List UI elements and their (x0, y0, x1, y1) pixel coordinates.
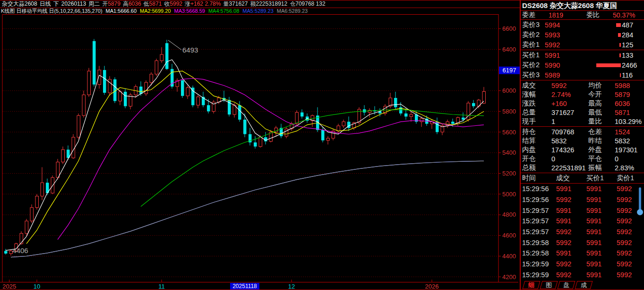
tab-盘[interactable]: 盘 (558, 281, 575, 289)
info-value: 5832 (615, 137, 643, 145)
cursor-price-label: 6197 (503, 67, 516, 74)
trade-time: 15:29:56 (521, 185, 556, 193)
info-value: 1 (551, 118, 588, 125)
x-axis-label: 10 (34, 283, 40, 290)
info-label: 持仓 (522, 127, 551, 136)
quote-label: 卖价1 (522, 40, 545, 49)
title-seg-13: 涨 (185, 0, 190, 7)
scrollbar[interactable] (636, 187, 643, 221)
y-axis-label: 5400 (502, 149, 516, 156)
trade-price: 5991 (556, 185, 586, 193)
info-row: 总量371627最低5871 (521, 108, 644, 117)
bid-row[interactable]: 买价35989116 (521, 70, 644, 80)
grid: 4200440046004800500052005400560058006000… (3, 25, 516, 280)
quote-volume: 116 (622, 71, 643, 79)
market-stats-2: 持仓709768仓差1524结算5832昨结5832内盘174326外盘1973… (521, 127, 644, 173)
info-value: 5988 (615, 82, 643, 89)
ma-legend-item-0: K线图 日移动平均线 日(5,10,22,66,135,270) (1, 8, 103, 14)
tab-细[interactable]: 细 (523, 281, 541, 289)
x-axis-label: 2025 (2, 283, 16, 290)
y-axis-label: 5600 (502, 129, 516, 136)
quote-panel: DS2608 杂交大蒜2608 华夏国 委差 1819 委比 50.37% 卖价… (520, 0, 644, 290)
trade-row: 15:29:56599259915992 (521, 194, 644, 205)
title-seg-15: 量 (223, 0, 229, 7)
trade-time: 15:29:57 (521, 207, 556, 214)
ask-row[interactable]: 卖价35994487 (521, 20, 644, 30)
bid-row[interactable]: 买价259902466 (521, 60, 644, 70)
volume-bar (619, 43, 621, 47)
ma-line-MA6 (11, 161, 484, 257)
info-value: 0 (615, 155, 643, 163)
info-value: 197301 (615, 146, 643, 154)
trade-row: 15:29:57599159915992 (521, 216, 644, 227)
y-axis-label: 6000 (502, 87, 516, 94)
scrollbar-thumb[interactable] (637, 209, 643, 215)
ma-legend-item-4: MA4:5756.08 (208, 8, 239, 14)
quote-price: 5992 (545, 41, 569, 49)
trade-time: 15:29:57 (521, 217, 556, 225)
tab-图[interactable]: 图 (540, 281, 558, 289)
ma-line-MA2 (26, 71, 484, 244)
title-seg-4: 周二 (88, 0, 100, 7)
quote-price: 5990 (545, 62, 569, 69)
info-label: 开仓 (522, 154, 551, 163)
volume-bar (618, 33, 621, 37)
trade-ask1: 5992 (617, 239, 644, 246)
volume-bar (619, 53, 621, 57)
trading-terminal: 杂交大蒜2608日线下20260113周二开5879高6036低5871收599… (0, 0, 644, 290)
quote-volume: 487 (622, 21, 643, 29)
info-row: 涨跌+160最高6036 (521, 99, 644, 108)
trade-price: 5991 (556, 249, 586, 257)
col-bid1: 买价1 (586, 174, 617, 183)
info-row: 开仓0平仓0 (521, 154, 644, 163)
time-and-sales-header: 时间 成交 买价1 卖价1 (521, 173, 644, 184)
trade-time: 15:29:56 (521, 196, 556, 203)
col-price: 成交 (556, 174, 586, 183)
info-row: 总额222531891振幅2.83% (521, 163, 644, 172)
quote-label: 卖价3 (522, 20, 545, 29)
info-value: 1524 (615, 128, 643, 136)
volume-bar (616, 23, 621, 27)
bid-row[interactable]: 买价15991133 (521, 50, 644, 60)
info-row: 现手1量比103.29% (521, 117, 644, 126)
info-value: 2.83% (615, 164, 643, 172)
ma-legend-item-1: MA1:5666.60 (106, 8, 137, 14)
scrollbar-track[interactable] (639, 187, 641, 212)
y-axis-label: 4400 (502, 253, 516, 260)
trade-ask1: 5992 (617, 271, 644, 279)
candles (4, 39, 486, 255)
info-value: +160 (551, 100, 588, 107)
chart-frame (2, 15, 498, 282)
info-row: 内盘174326外盘197301 (521, 145, 644, 154)
trade-time: 15:29:57 (521, 228, 556, 236)
info-value: 222531891 (551, 164, 588, 172)
x-axis-label: 2026 (425, 283, 439, 290)
y-axis-label: 5000 (502, 191, 516, 198)
info-label: 量比 (588, 117, 615, 126)
trade-row: 15:29:57599259915992 (521, 227, 644, 237)
ma-line-MA5 (11, 161, 484, 257)
trade-ask1: 5992 (617, 228, 644, 236)
info-value: 5992 (551, 82, 588, 89)
title-seg-11: 收 (164, 0, 170, 7)
quote-label: 买价3 (522, 70, 545, 79)
trade-ask1: 5992 (617, 249, 644, 257)
y-axis-label: 5200 (502, 170, 516, 177)
y-axis-label: 4200 (502, 273, 516, 281)
info-label: 昨结 (588, 136, 615, 145)
ma-legend-item-5: MA5:5289.23 (242, 8, 273, 14)
trade-price: 5992 (556, 260, 586, 268)
ma-legend-item-6: MA6:5289.23 (277, 8, 308, 14)
y-axis-label: 6600 (502, 25, 516, 32)
ask-row[interactable]: 卖价15992125 (521, 40, 644, 50)
trade-bid1: 5991 (586, 249, 617, 257)
info-label: 最高 (588, 99, 615, 108)
ask-row[interactable]: 卖价25993284 (521, 30, 644, 40)
tab-成[interactable]: 成 (575, 281, 593, 289)
trade-price: 5991 (556, 207, 586, 214)
kline-chart[interactable]: 4200440046004800500052005400560058006000… (0, 14, 520, 290)
trade-time: 15:29:58 (521, 249, 556, 257)
info-value: 174326 (551, 146, 588, 154)
weicha-label: 委差 (522, 11, 549, 19)
trade-time: 15:29:58 (521, 239, 556, 246)
